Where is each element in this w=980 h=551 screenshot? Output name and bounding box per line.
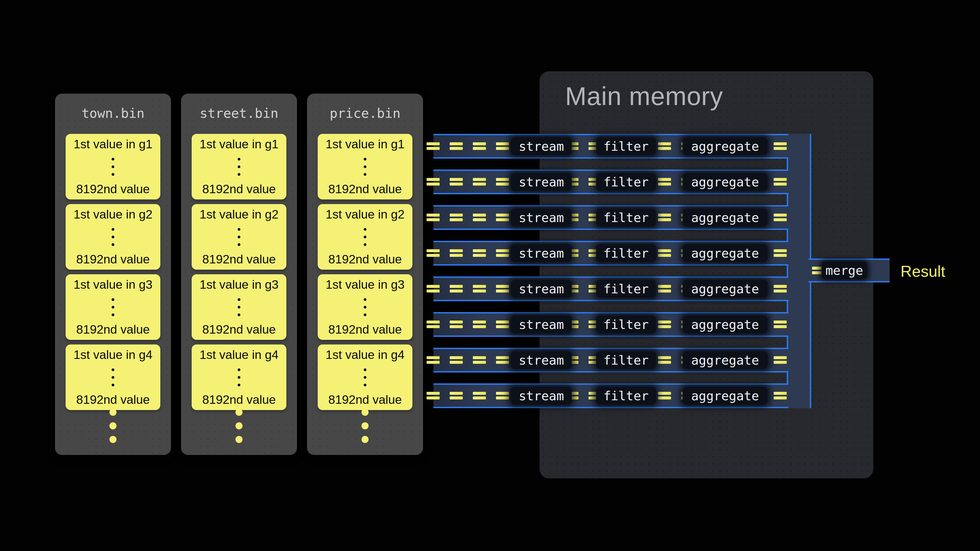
data-chunk-icon [426, 321, 440, 328]
dot [364, 228, 366, 231]
data-chunk-icon [774, 178, 787, 186]
group-first-value-label: 1st value in g4 [192, 348, 286, 362]
pipeline-row-7: streamfilteraggregate [433, 348, 788, 373]
value-group-block: 1st value in g2 8192nd value [192, 204, 286, 270]
vertical-ellipsis-icon [364, 298, 366, 316]
data-chunk-icon [658, 178, 671, 186]
merge-band: merge [808, 259, 889, 283]
value-group-block: 1st value in g1 8192nd value [192, 134, 286, 200]
data-chunk-icon [658, 392, 671, 399]
filter-box: filter [596, 173, 656, 191]
data-chunk-icon [658, 142, 671, 150]
data-chunk-icon [426, 285, 440, 292]
data-chunk-icon [473, 321, 486, 328]
value-group-block: 1st value in g4 8192nd value [65, 345, 160, 410]
data-chunk-icon [473, 285, 486, 292]
group-first-value-label: 1st value in g4 [65, 348, 160, 362]
filter-box: filter [596, 351, 656, 369]
group-last-value-label: 8192nd value [65, 182, 160, 196]
group-first-value-label: 1st value in g3 [192, 278, 286, 292]
data-chunk-icon [450, 285, 463, 292]
data-chunk-icon [496, 392, 509, 399]
data-chunk-icon [473, 214, 486, 221]
aggregate-box: aggregate [683, 137, 767, 155]
dot [364, 158, 366, 160]
data-chunk-icon [450, 392, 463, 399]
dot [111, 165, 115, 168]
dot [111, 306, 115, 308]
filter-box: filter [596, 387, 656, 405]
filter-box: filter [596, 316, 656, 333]
data-chunk-icon [450, 321, 463, 328]
file-panel-price-bin: price.bin 1st value in g1 8192nd value 1… [307, 94, 423, 455]
value-group-block: 1st value in g3 8192nd value [65, 274, 160, 340]
group-first-value-label: 1st value in g1 [318, 137, 412, 151]
dot [111, 236, 115, 238]
data-chunk-icon [426, 214, 440, 221]
pipeline-row-4: streamfilteraggregate [433, 241, 788, 265]
vertical-ellipsis-icon [238, 298, 240, 316]
group-last-value-label: 8192nd value [318, 182, 412, 196]
pipeline-row-8: streamfilteraggregate [433, 383, 788, 408]
result-label: Result [900, 262, 945, 280]
data-chunk-icon [450, 142, 463, 150]
dot [238, 243, 240, 246]
more-groups-ellipsis-icon [361, 409, 369, 443]
data-chunk-icon [496, 249, 509, 257]
data-chunk-icon [658, 356, 671, 364]
value-group-block: 1st value in g1 8192nd value [318, 134, 412, 200]
data-chunk-icon [426, 142, 440, 150]
group-first-value-label: 1st value in g2 [65, 207, 160, 221]
aggregate-box: aggregate [683, 209, 767, 226]
group-last-value-label: 8192nd value [192, 393, 286, 407]
filter-box: filter [596, 280, 656, 298]
data-chunk-icon [496, 178, 509, 186]
group-last-value-label: 8192nd value [65, 393, 160, 407]
more-groups-ellipsis-icon [110, 409, 116, 443]
group-first-value-label: 1st value in g4 [318, 348, 412, 362]
aggregate-box: aggregate [683, 173, 767, 191]
group-first-value-label: 1st value in g2 [192, 207, 286, 221]
group-last-value-label: 8192nd value [318, 393, 412, 407]
data-chunk-icon [473, 178, 486, 186]
dot [235, 436, 243, 443]
data-chunk-icon [450, 178, 463, 186]
group-last-value-label: 8192nd value [65, 252, 160, 267]
vertical-ellipsis-icon [364, 228, 366, 246]
stream-box: stream [511, 137, 572, 155]
value-group-block: 1st value in g4 8192nd value [318, 345, 412, 410]
data-chunk-icon [496, 214, 509, 221]
pipeline-row-1: streamfilteraggregate [433, 134, 788, 159]
aggregate-box: aggregate [683, 316, 767, 333]
vertical-ellipsis-icon [111, 158, 115, 176]
vertical-ellipsis-icon [238, 228, 240, 246]
data-chunk-icon [658, 321, 671, 328]
dot [111, 243, 115, 246]
dot [235, 409, 243, 416]
pipeline-row-2: streamfilteraggregate [433, 170, 788, 194]
stream-box: stream [511, 209, 572, 226]
filter-box: filter [596, 245, 656, 262]
data-chunk-icon [426, 178, 440, 186]
group-last-value-label: 8192nd value [192, 182, 286, 196]
aggregate-box: aggregate [683, 351, 767, 369]
filter-box: filter [596, 209, 656, 226]
filter-box: filter [596, 137, 656, 155]
data-chunk-icon [496, 356, 509, 364]
data-chunk-icon [426, 356, 440, 364]
dot [364, 376, 366, 379]
dot [364, 368, 366, 371]
pipeline-spine [787, 134, 811, 408]
data-chunk-icon [450, 214, 463, 221]
dot [364, 298, 366, 301]
file-panel-street-bin: street.bin 1st value in g1 8192nd value … [181, 94, 297, 455]
data-chunk-icon [473, 392, 486, 399]
stream-box: stream [511, 316, 572, 333]
group-last-value-label: 8192nd value [318, 322, 412, 337]
aggregate-box: aggregate [683, 387, 767, 405]
vertical-ellipsis-icon [238, 158, 240, 176]
dot [110, 436, 116, 443]
group-last-value-label: 8192nd value [65, 322, 160, 337]
dot [111, 376, 115, 379]
dot [364, 173, 366, 176]
